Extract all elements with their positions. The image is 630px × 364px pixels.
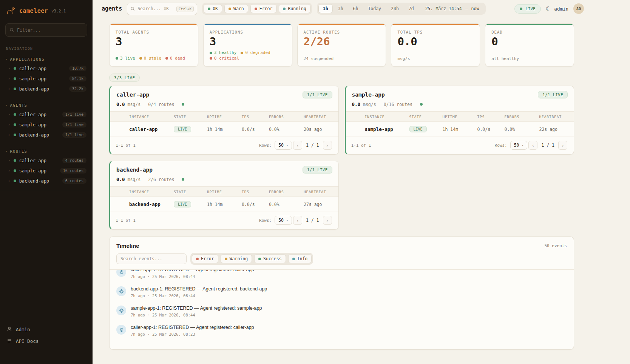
prev-page-button[interactable]: ‹ <box>528 141 537 150</box>
stat-value: 3 <box>210 36 286 47</box>
column-header: TPS <box>242 115 269 119</box>
sidebar-item-meta: 6 routes <box>62 178 86 184</box>
chevron-right-icon: › <box>8 179 11 183</box>
sidebar-item-caller-app-agent[interactable]: › caller-app 1/1 live <box>3 109 90 120</box>
sidebar-item-label: sample-app <box>19 168 57 174</box>
sidebar-item-backend-app[interactable]: › backend-app 32.2k <box>3 84 90 94</box>
table-row[interactable]: backend-app LIVE 1h 14m 0.0/s 0.0% 27s a… <box>110 197 338 212</box>
rows-per-page-select[interactable]: 50 ▾ <box>275 141 292 150</box>
filter-chip-ok[interactable]: OK <box>204 4 222 13</box>
stat-card-total-agents: TOTAL AGENTS 3 3 live 0 stale 0 dead <box>109 23 198 67</box>
prev-page-button[interactable]: ‹ <box>293 141 302 150</box>
sidebar-item-admin[interactable]: Admin <box>7 326 86 333</box>
chevron-right-icon: › <box>8 133 11 137</box>
filter-chip-error[interactable]: Error <box>250 4 277 13</box>
sidebar-item-api-docs[interactable]: API Docs <box>7 338 86 344</box>
event-title: backend-app-1: REGISTERED — Agent regist… <box>131 286 267 292</box>
sidebar-item-sample-app[interactable]: › sample-app 84.1k <box>3 74 90 84</box>
filter-chip-running[interactable]: Running <box>279 4 310 13</box>
time-range-6h[interactable]: 6h <box>349 4 363 13</box>
next-page-button[interactable]: › <box>558 141 567 150</box>
column-header: INSTANCE <box>129 190 174 194</box>
stat-accent-bar <box>110 24 198 25</box>
rows-per-page-select[interactable]: 50 ▾ <box>275 216 292 225</box>
next-page-button[interactable]: › <box>323 216 332 225</box>
app-name: backend-app <box>116 167 153 173</box>
sidebar-item-sample-app-routes[interactable]: › sample-app 16 routes <box>3 166 90 176</box>
rows-per-page-value: 50 <box>278 218 284 223</box>
app-routes: 0/16 routes <box>384 102 412 107</box>
sidebar-item-caller-app-routes[interactable]: › caller-app 4 routes <box>3 155 90 166</box>
prev-page-button[interactable]: ‹ <box>293 216 302 225</box>
column-header: HEARTBEAT <box>304 115 333 119</box>
live-indicator[interactable]: LIVE <box>514 4 541 14</box>
cell-errors: 0.0% <box>505 127 539 132</box>
app-stats: 0.0 msg/s 0/16 routes <box>346 101 574 111</box>
stat-subtext: msg/s <box>397 56 474 61</box>
rows-per-page-select[interactable]: 50 ▾ <box>510 141 528 150</box>
filter-chip-warning[interactable]: Warning <box>221 254 252 263</box>
section-header-routes[interactable]: ▾ ROUTES <box>3 147 90 155</box>
sidebar-item-meta: 1/1 live <box>62 112 86 117</box>
timeline-search-input[interactable] <box>120 256 182 261</box>
sidebar-filter-input[interactable] <box>17 28 83 33</box>
time-range-1h[interactable]: 1h <box>318 4 333 13</box>
logo-row: cameleer v3.2.1 <box>0 0 93 20</box>
stat-value: 0 <box>491 36 568 47</box>
sidebar-item-meta: 16 routes <box>60 168 86 174</box>
table-row[interactable]: sample-app LIVE 1h 14m 0.0/s 0.0% 22s ag… <box>346 122 574 137</box>
status-dot <box>14 159 16 162</box>
column-header: UPTIME <box>207 115 242 119</box>
sidebar-item-backend-app-routes[interactable]: › backend-app 6 routes <box>3 176 90 186</box>
global-search-input[interactable] <box>137 6 174 11</box>
stat-value: 2/26 <box>304 36 380 47</box>
state-badge: LIVE <box>174 201 191 207</box>
table-footer: 1-1 of 1 Rows: 50 ▾ ‹ 1 / 1 › <box>346 137 574 154</box>
timeline-event: sample-app-1: REGISTERED — Agent registe… <box>116 302 567 321</box>
time-range-today[interactable]: Today <box>363 4 386 13</box>
sidebar-item-caller-app[interactable]: › caller-app 10.7k <box>3 63 90 74</box>
sidebar-item-sample-app-agent[interactable]: › sample-app 1/1 live <box>3 120 90 130</box>
event-time: 7h ago · 25 Mar 2026, 08:44 <box>131 274 254 279</box>
state-badge: LIVE <box>174 126 191 132</box>
timeline-card: Timeline 50 events Error Warning <box>109 237 574 350</box>
time-range-24h[interactable]: 24h <box>386 4 403 13</box>
avatar[interactable]: AD <box>573 3 584 14</box>
chip-label: Warn <box>233 6 244 11</box>
status-dot <box>225 258 227 260</box>
username: admin <box>554 6 568 12</box>
sidebar-section-agents: ▾ AGENTS › caller-app 1/1 live › sample-… <box>0 98 93 144</box>
filter-chip-success[interactable]: Success <box>254 254 286 263</box>
live-dot <box>520 8 522 10</box>
page-indicator: 1 / 1 <box>306 218 319 223</box>
app-stats: 0.0 msg/s 2/6 routes <box>110 177 338 186</box>
status-dot <box>196 258 199 260</box>
time-range-7d[interactable]: 7d <box>404 4 418 13</box>
sidebar-item-label: sample-app <box>19 76 66 81</box>
date-range[interactable]: 25. März 14:54 — now <box>419 6 485 11</box>
sidebar-item-backend-app-agent[interactable]: › backend-app 1/1 live <box>3 130 90 140</box>
time-range-3h[interactable]: 3h <box>334 4 348 13</box>
sidebar-footer-label: API Docs <box>16 338 39 344</box>
status-dot <box>208 8 210 10</box>
filter-chip-info[interactable]: Info <box>288 254 312 263</box>
timeline-event-list[interactable]: caller-app-1: REGISTERED — Agent registe… <box>110 270 574 349</box>
filter-chip-error[interactable]: Error <box>192 254 218 263</box>
status-filter-group: OK Warn Error Running <box>202 3 312 15</box>
sidebar-item-label: caller-app <box>19 158 59 163</box>
next-page-button[interactable]: › <box>323 141 332 150</box>
status-dot <box>14 180 16 182</box>
stat-label: DEAD <box>491 30 568 34</box>
stat-legend-item: 0 critical <box>210 56 239 61</box>
stat-label: TOTAL TPS <box>397 30 474 34</box>
status-dot <box>14 77 16 80</box>
filter-chip-warn[interactable]: Warn <box>224 4 248 13</box>
sidebar-item-meta: 10.7k <box>69 66 86 71</box>
table-row[interactable]: caller-app LIVE 1h 14m 0.0/s 0.0% 20s ag… <box>110 122 338 137</box>
section-header-applications[interactable]: ▾ APPLICATIONS <box>3 55 90 63</box>
theme-toggle-button[interactable]: ☾ <box>546 5 550 12</box>
gear-icon <box>116 325 126 335</box>
section-header-agents[interactable]: ▾ AGENTS <box>3 101 90 109</box>
status-dot <box>292 258 295 260</box>
event-title: caller-app-1: REGISTERED — Agent registe… <box>131 270 254 272</box>
